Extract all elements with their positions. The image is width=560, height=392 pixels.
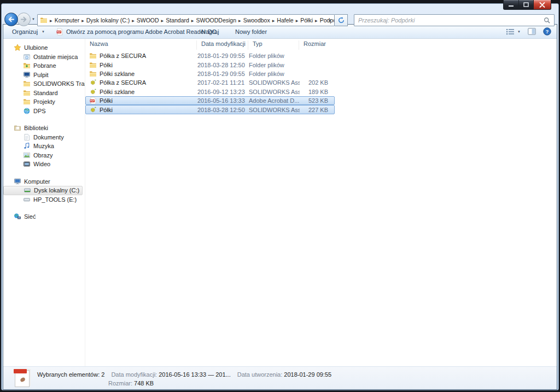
open-with-acrobat-button[interactable]: PDF Otwórz za pomocą programu Adobe Acro…	[56, 25, 217, 38]
file-type-cell: Folder plików	[249, 71, 300, 77]
breadcrumb-item[interactable]: Komputer	[54, 16, 81, 24]
breadcrumb: ▶Komputer▶Dysk lokalny (C:)▶SWOOD▶Standa…	[49, 16, 335, 24]
breadcrumb-separator-icon[interactable]: ▶	[272, 19, 275, 22]
sidebar-section-header[interactable]: Biblioteki	[3, 124, 85, 133]
refresh-button[interactable]	[335, 14, 348, 26]
column-header[interactable]: Typ	[248, 40, 299, 50]
svg-text:PDF: PDF	[90, 100, 95, 102]
breadcrumb-separator-icon[interactable]: ▶	[81, 19, 84, 22]
file-type-cell: SOLIDWORKS Ass...	[249, 107, 300, 113]
breadcrumb-separator-icon[interactable]: ▶	[315, 19, 318, 22]
minimize-button[interactable]	[503, 0, 519, 10]
sidebar-item-label: Projekty	[33, 98, 55, 105]
sidebar-item[interactable]: Pulpit	[3, 71, 85, 80]
preview-pane-icon[interactable]	[528, 28, 536, 35]
breadcrumb-separator-icon[interactable]: ▶	[238, 19, 241, 22]
sidebar-item[interactable]: Obrazy	[3, 151, 85, 160]
table-row[interactable]: Półki2018-03-28 12:50SOLIDWORKS Ass...22…	[85, 105, 335, 114]
file-list: NazwaData modyfikacjiTypRozmiar Półka z …	[85, 39, 557, 366]
close-icon	[539, 2, 545, 8]
breadcrumb-item[interactable]: Dysk lokalny (C:)	[85, 16, 131, 24]
table-row[interactable]: Półki szklane2018-01-29 09:55Folder plik…	[85, 69, 335, 78]
sidebar-item[interactable]: SOLIDWORKS Training F	[3, 79, 85, 89]
breadcrumb-separator-icon[interactable]: ▶	[132, 19, 135, 22]
sidebar-section-header[interactable]: Komputer	[3, 177, 85, 186]
file-name-cell: Półka z SECURA	[86, 52, 197, 60]
help-icon[interactable]: ?	[543, 27, 551, 36]
sidebar-section-label: Ulubione	[24, 44, 48, 51]
folder-icon	[89, 61, 97, 69]
videos-icon	[23, 160, 31, 168]
file-name-cell: Półki szklane	[86, 88, 197, 96]
sidebar-item[interactable]: Muzyka	[3, 142, 85, 151]
sidebar-item-label: Standard	[33, 90, 58, 96]
file-name: Półki	[100, 62, 113, 68]
sidebar-item-label: Ostatnie miejsca	[33, 54, 78, 60]
sidebar-section-header[interactable]: Ulubione	[3, 43, 85, 52]
column-header[interactable]: Nazwa	[85, 40, 197, 50]
downloads-icon	[23, 62, 31, 69]
file-name: Półka z SECURA	[100, 79, 146, 86]
dps-globe-icon	[23, 107, 31, 115]
new-folder-button[interactable]: Nowy folder	[235, 25, 267, 38]
file-name-cell: Półki	[86, 61, 197, 69]
sidebar-item[interactable]: Wideo	[3, 160, 85, 169]
breadcrumb-separator-icon[interactable]: ▶	[50, 19, 52, 22]
sidebar-section: KomputerDysk lokalny (C:)HP_TOOLS (E:)	[3, 177, 85, 204]
star-icon	[14, 44, 21, 51]
close-button[interactable]	[534, 0, 551, 10]
breadcrumb-item[interactable]: SWOOD	[136, 16, 160, 24]
address-dropdown-icon[interactable]: ▼	[328, 19, 331, 22]
table-row[interactable]: Półki szklane2016-09-12 13:23SOLIDWORKS …	[85, 87, 335, 96]
recent-places-icon	[23, 53, 31, 61]
table-row[interactable]: Półki2018-03-28 12:50Folder plików	[85, 60, 335, 69]
sidebar-item[interactable]: Projekty	[3, 97, 85, 107]
sidebar-item-label: Wideo	[33, 161, 50, 167]
documents-icon	[23, 133, 31, 141]
column-header[interactable]: Rozmiar	[299, 40, 331, 50]
organize-button[interactable]: Organizuj▼	[12, 25, 45, 38]
hdd-icon	[24, 186, 31, 194]
sidebar-item[interactable]: Ostatnie miejsca	[3, 52, 85, 62]
table-row[interactable]: Półka z SECURA2018-01-29 09:55Folder pli…	[85, 51, 335, 60]
sldasm-icon	[89, 106, 97, 114]
back-button[interactable]	[4, 13, 18, 26]
breadcrumb-separator-icon[interactable]: ▶	[191, 19, 194, 22]
sidebar-item[interactable]: Pobrane	[3, 61, 85, 71]
sidebar-item[interactable]: Dysk lokalny (C:)	[3, 186, 83, 195]
sidebar-item[interactable]: DPS	[3, 107, 85, 116]
file-type-cell: Folder plików	[249, 52, 300, 59]
music-icon	[23, 142, 31, 150]
history-chevron-icon[interactable]: ▼	[32, 17, 35, 21]
table-row[interactable]: Półka z SECURA2017-02-21 11:21SOLIDWORKS…	[85, 78, 335, 87]
search-input[interactable]	[354, 15, 540, 26]
breadcrumb-item[interactable]: Podpórki	[319, 16, 335, 24]
sidebar-section-header[interactable]: Sieć	[3, 212, 85, 221]
breadcrumb-item[interactable]: Półki	[299, 16, 314, 24]
address-bar[interactable]: ▶Komputer▶Dysk lokalny (C:)▶SWOOD▶Standa…	[37, 14, 335, 26]
sidebar-item[interactable]: Dokumenty	[3, 133, 85, 142]
table-row[interactable]: PDFPółki2016-05-16 13:33Adobe Acrobat D.…	[85, 96, 335, 105]
breadcrumb-separator-icon[interactable]: ▶	[161, 19, 164, 22]
maximize-button[interactable]	[519, 0, 534, 10]
status-size-value: 748 KB	[134, 380, 154, 387]
sidebar-item-label: Obrazy	[33, 152, 52, 159]
breadcrumb-item[interactable]: Swoodbox	[242, 16, 271, 24]
breadcrumb-item[interactable]: SWOODDesign	[195, 16, 237, 24]
file-modified-cell: 2018-03-28 12:50	[197, 107, 249, 113]
file-size-cell: 202 KB	[300, 79, 331, 86]
change-view-button[interactable]: ▼	[506, 28, 521, 35]
breadcrumb-item[interactable]: Hafele	[276, 16, 294, 24]
forward-button[interactable]	[17, 13, 31, 26]
file-name-cell: Półki szklane	[86, 70, 197, 78]
pictures-icon	[23, 151, 31, 159]
sidebar-item[interactable]: HP_TOOLS (E:)	[3, 195, 85, 204]
sidebar-item[interactable]: Standard	[3, 89, 85, 98]
breadcrumb-item[interactable]: Standard	[165, 16, 190, 24]
column-header[interactable]: Data modyfikacji	[197, 40, 248, 50]
network-icon	[14, 213, 21, 220]
sidebar-item-label: SOLIDWORKS Training F	[33, 80, 85, 87]
burn-button[interactable]: Nagraj	[201, 25, 219, 38]
breadcrumb-separator-icon[interactable]: ▶	[296, 19, 299, 22]
chevron-down-icon: ▼	[517, 30, 521, 33]
